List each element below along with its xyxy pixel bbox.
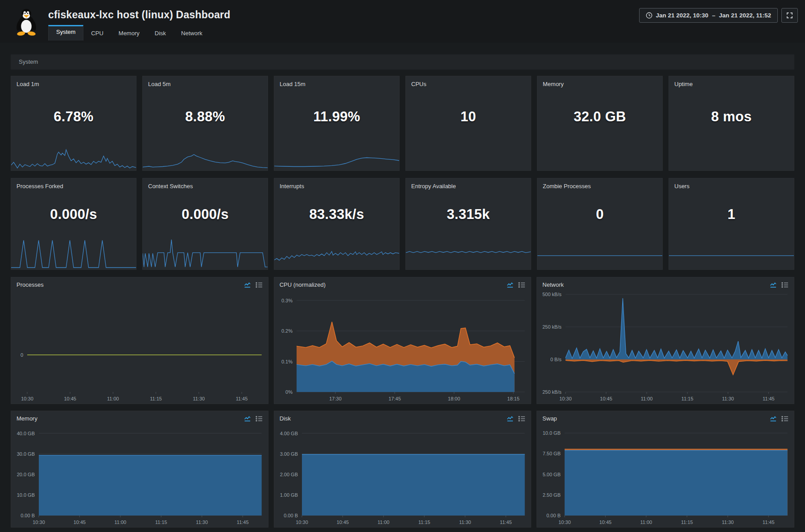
time-range-to: Jan 21 2022, 11:52 <box>719 12 771 19</box>
time-range-picker[interactable]: Jan 21 2022, 10:30 – Jan 21 2022, 11:52 <box>639 8 778 23</box>
panel-title: Entropy Available <box>406 178 531 191</box>
swap-chart[interactable]: 10.0 GB7.50 GB5.00 GB2.50 GB0.00 B10:301… <box>537 423 794 527</box>
tab-cpu[interactable]: CPU <box>83 25 111 41</box>
svg-text:250 kB/s: 250 kB/s <box>543 324 562 330</box>
stat-panel-interrupts: Interrupts 83.33k/s <box>274 178 400 270</box>
top-controls: Jan 21 2022, 10:30 – Jan 21 2022, 11:52 <box>639 8 798 43</box>
charts-row-1: Processes 010:3010:4511:0011:1511:3011:4… <box>11 277 794 404</box>
stat-panel-memory: Memory 32.0 GB <box>537 76 663 171</box>
load-15m-sparkline <box>274 144 399 170</box>
network-chart[interactable]: 500 kB/s250 kB/s0 B/s250 kB/s10:3010:451… <box>537 289 794 404</box>
entropy-sparkline <box>406 237 531 269</box>
graph-mode-icon[interactable] <box>770 416 777 422</box>
stat-value: 6.78% <box>54 109 93 125</box>
svg-text:10:30: 10:30 <box>296 520 308 525</box>
svg-text:10:45: 10:45 <box>599 520 612 525</box>
svg-text:0.1%: 0.1% <box>281 359 293 364</box>
cpu-normalized-chart[interactable]: 0.3%0.2%0.1%0%17:3017:4518:0018:15 <box>274 289 531 404</box>
svg-text:11:45: 11:45 <box>236 396 248 401</box>
stat-panel-load-1m: Load 1m 6.78% <box>11 76 136 171</box>
legend-list-icon[interactable] <box>256 416 263 422</box>
legend-list-icon[interactable] <box>518 282 525 288</box>
svg-text:500 kB/s: 500 kB/s <box>543 292 562 297</box>
panel-title: Interrupts <box>274 178 399 191</box>
clock-icon <box>646 12 652 19</box>
svg-text:0: 0 <box>21 352 23 358</box>
dashboard-app: cfiskeaux-lxc host (linux) Dashboard Sys… <box>0 0 805 532</box>
row-header-system[interactable]: System <box>11 54 794 70</box>
svg-text:11:45: 11:45 <box>763 520 775 525</box>
svg-text:0%: 0% <box>285 389 293 395</box>
interrupts-sparkline <box>274 237 399 269</box>
stat-value: 1 <box>727 206 735 223</box>
graph-mode-icon[interactable] <box>244 416 252 422</box>
time-range-from: Jan 21 2022, 10:30 <box>656 12 709 19</box>
fullscreen-icon <box>786 12 793 19</box>
disk-chart[interactable]: 4.00 GB3.00 GB2.00 GB1.00 GB0.00 B10:301… <box>274 423 531 527</box>
svg-text:5.00 GB: 5.00 GB <box>543 472 561 477</box>
tab-system[interactable]: System <box>48 25 83 41</box>
panel-title: Context Switches <box>143 178 268 191</box>
stat-panel-entropy: Entropy Available 3.315k <box>405 178 531 270</box>
tab-memory[interactable]: Memory <box>111 25 147 41</box>
kiosk-fullscreen-button[interactable] <box>781 8 798 23</box>
svg-text:0.2%: 0.2% <box>281 328 293 334</box>
svg-text:0.00 B: 0.00 B <box>21 513 35 518</box>
svg-text:10:45: 10:45 <box>64 396 76 401</box>
svg-text:7.50 GB: 7.50 GB <box>543 451 561 456</box>
stat-value: 11.99% <box>313 109 360 125</box>
svg-text:10:45: 10:45 <box>74 520 86 525</box>
svg-text:11:45: 11:45 <box>237 520 249 525</box>
legend-list-icon[interactable] <box>781 416 788 422</box>
graph-mode-icon[interactable] <box>507 416 514 422</box>
svg-text:10.0 GB: 10.0 GB <box>543 430 561 436</box>
svg-text:17:45: 17:45 <box>388 396 401 401</box>
panel-title: CPUs <box>406 76 531 89</box>
chart-title: Swap <box>542 415 557 422</box>
tux-logo <box>11 0 42 43</box>
svg-text:11:45: 11:45 <box>500 520 512 525</box>
svg-text:3.00 GB: 3.00 GB <box>280 451 297 457</box>
processes-chart[interactable]: 010:3010:4511:0011:1511:3011:45 <box>11 289 268 404</box>
svg-text:20.0 GB: 20.0 GB <box>17 472 35 477</box>
svg-text:10:45: 10:45 <box>600 396 613 401</box>
chart-title: CPU (normalized) <box>280 281 326 288</box>
svg-text:2.00 GB: 2.00 GB <box>280 472 297 477</box>
stat-panel-processes-forked: Processes Forked 0.000/s <box>11 178 136 270</box>
svg-text:1.00 GB: 1.00 GB <box>280 492 297 498</box>
time-range-separator: – <box>712 12 715 19</box>
stat-value: 10 <box>460 109 476 125</box>
stat-value: 8.88% <box>185 109 225 125</box>
legend-list-icon[interactable] <box>518 416 525 422</box>
chart-panel-disk: Disk 4.00 GB3.00 GB2.00 GB1.00 GB0.00 B1… <box>274 411 532 528</box>
panel-title: Zombie Processes <box>537 178 662 191</box>
svg-text:10:45: 10:45 <box>336 520 349 525</box>
chart-title: Processes <box>17 281 44 288</box>
svg-text:2.50 GB: 2.50 GB <box>543 492 561 498</box>
legend-list-icon[interactable] <box>781 282 788 288</box>
stat-value: 8 mos <box>711 109 751 125</box>
panel-title: Load 5m <box>143 76 268 89</box>
svg-text:250 kB/s: 250 kB/s <box>543 389 562 395</box>
tab-network[interactable]: Network <box>173 25 210 41</box>
chart-title: Memory <box>17 415 37 422</box>
svg-text:0.3%: 0.3% <box>281 298 293 303</box>
panel-title: Memory <box>537 76 662 89</box>
graph-mode-icon[interactable] <box>507 282 514 288</box>
svg-text:11:15: 11:15 <box>155 520 167 525</box>
svg-text:11:00: 11:00 <box>107 396 119 401</box>
stat-value: 32.0 GB <box>574 109 626 125</box>
memory-chart[interactable]: 40.0 GB30.0 GB20.0 GB10.0 GB0.00 B10:301… <box>11 423 268 527</box>
dashboard-body: System Load 1m 6.78% Load 5m 8.88% Load … <box>0 54 805 528</box>
graph-mode-icon[interactable] <box>770 282 777 288</box>
svg-text:11:15: 11:15 <box>418 520 430 525</box>
svg-text:11:00: 11:00 <box>640 520 652 525</box>
chart-panel-swap: Swap 10.0 GB7.50 GB5.00 GB2.50 GB0.00 B1… <box>537 411 794 528</box>
graph-mode-icon[interactable] <box>244 282 252 288</box>
tab-disk[interactable]: Disk <box>147 25 173 41</box>
panel-title: Processes Forked <box>11 178 136 191</box>
svg-text:11:15: 11:15 <box>150 396 162 401</box>
svg-text:10.0 GB: 10.0 GB <box>17 492 35 498</box>
svg-text:40.0 GB: 40.0 GB <box>17 431 35 436</box>
legend-list-icon[interactable] <box>256 282 263 288</box>
